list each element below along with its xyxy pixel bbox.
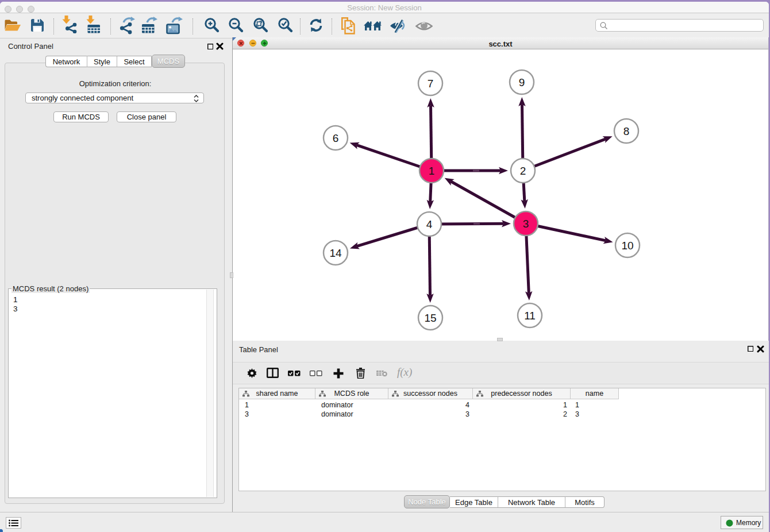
svg-text:2: 2 bbox=[520, 165, 526, 177]
svg-text:14: 14 bbox=[329, 247, 342, 259]
svg-text:7: 7 bbox=[428, 78, 434, 90]
svg-text:11: 11 bbox=[524, 310, 536, 322]
svg-text:10: 10 bbox=[621, 240, 633, 252]
svg-text:6: 6 bbox=[333, 132, 339, 144]
svg-text:9: 9 bbox=[519, 76, 525, 88]
svg-text:8: 8 bbox=[623, 125, 630, 137]
svg-text:15: 15 bbox=[424, 312, 436, 324]
svg-text:4: 4 bbox=[426, 218, 433, 230]
svg-text:1: 1 bbox=[429, 165, 435, 177]
svg-text:3: 3 bbox=[523, 218, 529, 230]
